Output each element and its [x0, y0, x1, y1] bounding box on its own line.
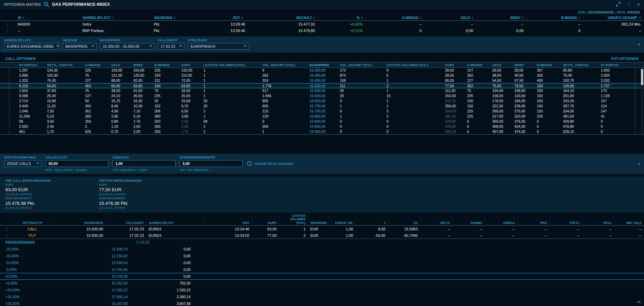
column-header-id[interactable]: ID▲▼: [15, 15, 80, 20]
options-column-header[interactable]: OI VORTAG: [17, 63, 45, 67]
options-row[interactable]: ⋮3.44911,202028,4010,301529,702060515.70…: [0, 104, 644, 109]
faelligkeit-dropdown[interactable]: 17.02.23: [158, 43, 184, 50]
options-column-header[interactable]: GELD: [109, 63, 131, 67]
row-menu-icon[interactable]: ⋮: [627, 129, 642, 134]
options-column-header[interactable]: BRIEF: [512, 63, 535, 67]
row-menu-icon[interactable]: ⋮: [627, 93, 642, 98]
detail-row[interactable]: ⋮PUT15.500,0017.02.23EUREX13:24:0277,502…: [0, 232, 644, 239]
options-row[interactable]: ⋮583,502500,807,702503,5058015.850,00004…: [0, 119, 644, 124]
options-column-header[interactable]: SETTL. VORTAG: [45, 63, 83, 67]
scenario-row[interactable]: -5,00%14.704,460,00: [0, 266, 644, 273]
detail-column-header[interactable]: LETZTES VOLUMEN (STK.): [279, 214, 308, 225]
detail-column-header[interactable]: RHO: [517, 214, 549, 225]
options-column-header[interactable]: OI VORTAG: [599, 63, 627, 67]
column-header-b-menge[interactable]: B-MENGE▲▼: [526, 15, 583, 20]
status-icon[interactable]: ∞: [638, 299, 641, 304]
strategie-dropdown[interactable]: EUROPÄISCH: [188, 43, 249, 50]
quote-row[interactable]: ⋮--BNP ParibasPkt.13:28:4615.479,80+0,11…: [0, 27, 644, 34]
anzeige-dropdown[interactable]: BASISPREIS: [63, 43, 97, 50]
options-column-header[interactable]: G-MENGE: [465, 63, 490, 67]
scenario-row[interactable]: -10,00%13.930,540,00: [0, 259, 644, 266]
options-row[interactable]: ⋮3.995102,9075121,00125,50150110,0012821…: [0, 73, 644, 78]
options-column-header[interactable]: KURS: [179, 63, 201, 67]
scenario-row[interactable]: +10,00%17.026,221.526,22: [0, 287, 644, 293]
column-header-w-hrung[interactable]: WÄHRUNG▲▼: [151, 15, 209, 20]
apply-current-values[interactable]: Aktuelle Werte anwenden: [247, 161, 294, 166]
detail-column-header[interactable]: THETA: [549, 214, 582, 225]
scrollbar-thumb[interactable]: [641, 69, 643, 85]
basispreis-dropdown[interactable]: 15.350,00 - 16.550,00: [100, 43, 154, 50]
detail-column-header[interactable]: IMP. VOLA: [614, 214, 644, 225]
row-menu-icon[interactable]: ⋮: [0, 98, 17, 103]
row-menu-icon[interactable]: ⋮: [0, 88, 17, 93]
row-menu-icon[interactable]: ⋮: [0, 22, 15, 27]
options-row[interactable]: ⋮2.71416,905015,7016,305215,602080515.65…: [0, 98, 644, 104]
column-header-umsatz-gesamt[interactable]: UMSATZ GESAMT▼: [583, 15, 644, 20]
options-column-header[interactable]: LETZTES VOLUMEN (STK.): [384, 63, 443, 67]
column-header-bezahlt[interactable]: BEZAHLT▲▼: [267, 15, 318, 20]
options-column-header[interactable]: BRIEF: [131, 63, 152, 67]
dividend-input[interactable]: [180, 160, 243, 167]
detail-column-header[interactable]: FÄLLIGKEIT: [105, 214, 146, 225]
detail-column-header[interactable]: WÄHRUNG: [308, 214, 328, 225]
column-header--[interactable]: %▲▼: [318, 15, 365, 20]
options-row[interactable]: ⋮1.33276,3012788,0092,0031172,00132415.4…: [0, 78, 644, 83]
row-menu-icon[interactable]: ⋮: [0, 233, 14, 238]
options-column-header[interactable]: B-MENGE: [152, 63, 179, 67]
row-menu-icon[interactable]: ⋮: [627, 114, 642, 119]
row-menu-icon[interactable]: ⋮: [0, 68, 17, 73]
options-row[interactable]: ⋮9.10354,5045260,0063,0010063,0011.77815…: [0, 83, 644, 88]
row-menu-icon[interactable]: ⋮: [627, 98, 642, 103]
options-column-header[interactable]: LETZTES VOLUMEN (STK.): [201, 63, 260, 67]
expand-icon[interactable]: [616, 2, 621, 7]
row-menu-icon[interactable]: ⋮: [0, 124, 17, 129]
options-column-header[interactable]: B-MENGE: [535, 63, 561, 67]
detail-column-header[interactable]: VEGA: [582, 214, 614, 225]
detail-column-header[interactable]: KURS: [252, 214, 279, 225]
row-menu-icon[interactable]: ⋮: [627, 88, 642, 93]
row-menu-icon[interactable]: ⋮: [627, 68, 642, 73]
row-menu-icon[interactable]: ⋮: [0, 93, 17, 98]
options-column-header[interactable]: SETTL. VORTAG: [561, 63, 599, 67]
row-menu-icon[interactable]: ⋮: [0, 227, 14, 231]
detail-column-header[interactable]: ±%: [388, 214, 420, 225]
show-calls-dropdown[interactable]: ZEIGE CALLS: [4, 160, 42, 167]
options-row[interactable]: ⋮1.297134,30225159,00164,00225132,001615…: [0, 68, 644, 73]
options-column-header[interactable]: VOL. GESAMT (STK.): [260, 63, 308, 67]
row-menu-icon[interactable]: ⋮: [0, 109, 17, 113]
row-menu-icon[interactable]: ⋮: [0, 78, 17, 83]
options-row[interactable]: ⋮9.09825,4012724,1026,5022525,0011.94615…: [0, 93, 644, 98]
row-menu-icon[interactable]: ⋮: [627, 109, 642, 113]
detail-row[interactable]: ⋮CALL15.500,0017.02.23EUREX13:24:4663,00…: [0, 226, 644, 232]
collapse-caret-icon[interactable]: ▼: [638, 162, 641, 166]
scenario-row[interactable]: +15,00%17.800,142.300,14: [0, 293, 644, 300]
row-menu-icon[interactable]: ⋮: [627, 124, 642, 129]
options-row[interactable]: ⋮1.0467,503014,907,103065,50221515.750,0…: [0, 109, 644, 114]
row-menu-icon[interactable]: ⋮: [0, 28, 15, 33]
detail-column-header[interactable]: OMEGA: [485, 214, 517, 225]
options-row[interactable]: ⋮11.0085,103052,905,103803,90112915.800,…: [0, 114, 644, 119]
row-menu-icon[interactable]: ⋮: [627, 83, 642, 88]
detail-column-header[interactable]: OPTIONSTYP: [14, 214, 51, 225]
options-column-header[interactable]: BASISPREIS: [308, 63, 338, 67]
column-header-brief[interactable]: BRIEF▲▼: [476, 15, 526, 20]
scenario-row[interactable]: -25,00%11.608,790,00: [0, 246, 644, 253]
search-icon[interactable]: [44, 1, 49, 7]
row-menu-icon[interactable]: ⋮: [627, 104, 642, 108]
volatility-input[interactable]: [46, 160, 109, 167]
scenario-row[interactable]: ±0,00%15.478,380,00: [0, 273, 644, 280]
detail-column-header[interactable]: HANDELSPLATZ: [146, 214, 204, 225]
close-icon[interactable]: ×: [637, 2, 640, 7]
handelsplatz-dropdown[interactable]: EUREX EXCHANGE (3458): [4, 43, 59, 50]
detail-column-header[interactable]: GAMMA: [452, 214, 485, 225]
detail-column-header[interactable]: BASISPREIS: [51, 214, 105, 225]
options-column-header[interactable]: VOL. GESAMT (STK.): [338, 63, 384, 67]
interest-input[interactable]: [113, 160, 176, 167]
row-menu-icon[interactable]: ⋮: [0, 104, 17, 108]
scenario-row[interactable]: +5,00%16.252,30752,30: [0, 280, 644, 287]
row-menu-icon[interactable]: ⋮: [627, 78, 642, 83]
options-row[interactable]: ⋮1.50237,607539,0041,507533,00151715.550…: [0, 88, 644, 93]
row-menu-icon[interactable]: ⋮: [0, 114, 17, 119]
detail-column-header[interactable]: ZEIT: [204, 214, 252, 225]
scenario-row[interactable]: -15,00%13.156,620,00: [0, 253, 644, 259]
